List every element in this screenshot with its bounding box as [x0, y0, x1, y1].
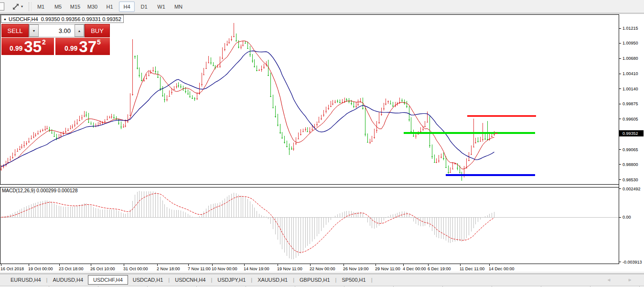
svg-text:7 Nov 11:00: 7 Nov 11:00	[188, 266, 211, 271]
tab-usdjpy-h1[interactable]: USDJPY,H1	[213, 276, 250, 284]
svg-text:4 Dec 00:00: 4 Dec 00:00	[403, 266, 426, 271]
timeframe-m15-button[interactable]: M15	[67, 1, 83, 12]
tab-usdcad-h1[interactable]: USDCAD,H1	[128, 276, 168, 284]
svg-text:0.98800: 0.98800	[623, 162, 638, 167]
tab-separator: |	[46, 277, 48, 283]
tab-usdcnh-h4[interactable]: USDCNH,H4	[170, 276, 210, 284]
svg-text:1.00410: 1.00410	[623, 71, 638, 76]
tab-scroll-right-icon[interactable]: ▹	[629, 277, 631, 282]
tab-separator: |	[211, 277, 212, 283]
chart-ohlc-values: 0.99350 0.99356 0.99331 0.99352	[41, 16, 121, 22]
volume-input[interactable]: 3.00	[39, 24, 75, 37]
svg-text:22 Nov 00:00: 22 Nov 00:00	[310, 266, 335, 271]
buy-price-tile[interactable]: 0.99 37 5	[55, 38, 110, 55]
current-price-label: 0.99352	[619, 130, 644, 136]
buy-price-pipette: 5	[97, 38, 101, 46]
svg-text:1.00140: 1.00140	[623, 87, 638, 91]
svg-text:14 Dec 00:00: 14 Dec 00:00	[489, 266, 515, 271]
timeframe-m30-button[interactable]: M30	[85, 1, 100, 12]
up-triangle-icon: ▲	[78, 29, 81, 33]
down-triangle-icon: ▼	[32, 29, 36, 33]
tab-separator: |	[371, 277, 373, 283]
symbols-exchange-icon[interactable]: ▾	[12, 3, 23, 11]
timeframe-h1-button[interactable]: H1	[102, 1, 118, 12]
volume-stepper: ▼ 3.00 ▲	[29, 24, 85, 37]
svg-text:0.99065: 0.99065	[623, 147, 638, 152]
svg-text:10 Nov 00:00: 10 Nov 00:00	[212, 266, 237, 271]
svg-text:31 Oct 00:00: 31 Oct 00:00	[123, 266, 148, 271]
tab-eurusd-h4[interactable]: EURUSD,H4	[6, 276, 46, 284]
svg-text:2 Nov 18:00: 2 Nov 18:00	[157, 266, 180, 271]
svg-text:14 Nov 19:00: 14 Nov 19:00	[244, 266, 269, 271]
svg-text:26 Oct 10:00: 26 Oct 10:00	[90, 266, 115, 271]
exchange-arrows-icon	[12, 3, 20, 11]
sell-price-prefix: 0.99	[10, 44, 22, 52]
timeframe-m5-button[interactable]: M5	[50, 1, 66, 12]
svg-text:1.00950: 1.00950	[623, 41, 638, 45]
timeframe-mn-button[interactable]: MN	[171, 1, 186, 12]
chart-tab-bar: EURUSD,H4 | AUDUSD,H4 USDCHF,H4 USDCAD,H…	[0, 274, 644, 286]
tab-sp500-h1[interactable]: SP500,H1	[337, 276, 370, 284]
chart-title-box: ▲USDCHF,H40.99350 0.99356 0.99331 0.9935…	[1, 15, 124, 23]
toolbar-grip[interactable]	[29, 2, 32, 11]
svg-text:0.002492: 0.002492	[623, 187, 641, 191]
svg-text:19 Oct 00:00: 19 Oct 00:00	[28, 266, 53, 271]
tab-separator: |	[335, 277, 337, 283]
svg-text:1.00680: 1.00680	[623, 56, 638, 61]
svg-text:11 Dec 11:00: 11 Dec 11:00	[460, 266, 484, 271]
tab-xauusd-h1[interactable]: XAUUSD,H1	[253, 276, 292, 284]
tab-gbpusd-h1[interactable]: GBPUSD,H1	[295, 276, 335, 284]
svg-text:0.98530: 0.98530	[623, 177, 638, 182]
macd-values: 0.000299 0.000128	[36, 188, 77, 193]
buy-button[interactable]: BUY	[85, 24, 110, 37]
sell-price-big: 35	[24, 40, 42, 54]
tab-audusd-h4[interactable]: AUDUSD,H4	[48, 276, 88, 284]
svg-text:29 Nov 11:00: 29 Nov 11:00	[375, 266, 400, 271]
svg-text:19 Nov 11:00: 19 Nov 11:00	[277, 266, 302, 271]
svg-text:23 Oct 18:00: 23 Oct 18:00	[59, 266, 84, 271]
svg-text:6 Dec 19:00: 6 Dec 19:00	[428, 266, 451, 271]
svg-text:16 Oct 2018: 16 Oct 2018	[0, 266, 24, 271]
macd-name: MACD(12,26,9)	[2, 188, 35, 193]
buy-price-big: 37	[79, 40, 97, 54]
timeframe-w1-button[interactable]: W1	[153, 1, 169, 12]
svg-text:0.99875: 0.99875	[623, 101, 638, 106]
clipped-toolbar-icon[interactable]	[0, 2, 4, 11]
volume-increase-button[interactable]: ▲	[75, 24, 84, 37]
collapse-ohlc-icon[interactable]: ▲	[3, 17, 7, 21]
dropdown-caret-icon: ▾	[21, 4, 23, 9]
sell-price-tile[interactable]: 0.99 35 2	[1, 38, 54, 55]
svg-text:26 Nov 19:00: 26 Nov 19:00	[343, 266, 369, 271]
tab-separator: |	[293, 277, 294, 283]
tab-separator: |	[168, 277, 170, 283]
buy-price-prefix: 0.99	[64, 44, 77, 52]
macd-indicator-label: MACD(12,26,9) 0.000299 0.000128	[2, 188, 77, 193]
timeframe-m1-button[interactable]: M1	[33, 1, 49, 12]
svg-text:0.99605: 0.99605	[623, 117, 638, 121]
one-click-trading-panel: SELL ▼ 3.00 ▲ BUY 0.99 35 2 0.99 37 5	[1, 24, 110, 55]
mt4-window: ▾ M1 M5 M15 M30 H1 H4 D1 W1 MN 1.012151.…	[0, 0, 644, 287]
tab-scroll-left-icon[interactable]: ◃	[608, 277, 610, 282]
sell-price-pipette: 2	[42, 38, 46, 46]
svg-text:0.99352: 0.99352	[623, 131, 638, 136]
tab-separator: |	[251, 277, 252, 283]
svg-text:-0.003913: -0.003913	[623, 260, 642, 265]
timeframe-d1-button[interactable]: D1	[136, 1, 152, 12]
toolbar: ▾ M1 M5 M15 M30 H1 H4 D1 W1 MN	[0, 0, 644, 13]
chart-symbol-label: USDCHF,H4	[9, 16, 38, 22]
svg-text:1.01215: 1.01215	[623, 26, 638, 31]
sell-button[interactable]: SELL	[1, 24, 29, 37]
tab-usdchf-h4[interactable]: USDCHF,H4	[88, 275, 128, 285]
svg-text:0.00: 0.00	[623, 215, 631, 220]
volume-decrease-button[interactable]: ▼	[29, 24, 39, 37]
timeframe-h4-button[interactable]: H4	[119, 1, 135, 12]
